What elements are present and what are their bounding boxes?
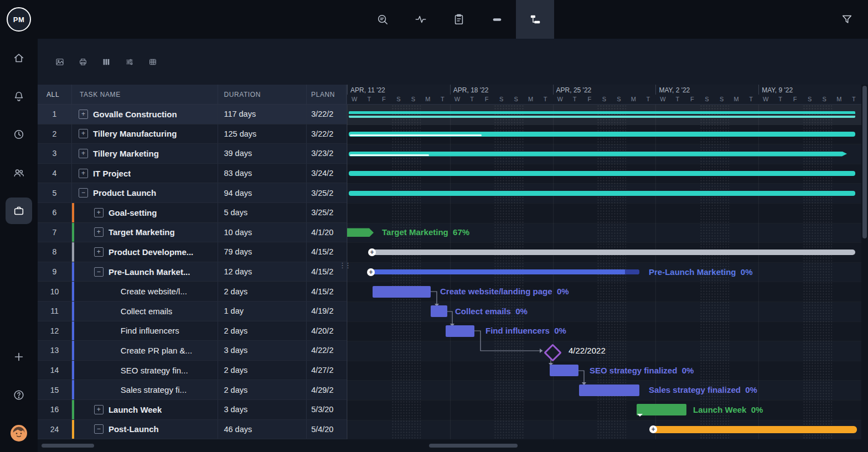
gantt-bar-task[interactable] (550, 365, 578, 376)
row-number: 16 (38, 400, 72, 419)
row-number: 13 (38, 341, 72, 360)
table-row[interactable]: 9−Pre-Launch Market...12 days4/15/2 (38, 262, 347, 282)
bar-label: Find influencers 0% (485, 326, 566, 336)
table-row[interactable]: 2+Tillery Manufacturing125 days3/22/2 (38, 124, 347, 144)
table-row[interactable]: 11Collect emails1 day4/19/2 (38, 302, 347, 321)
gantt-bar-task[interactable] (579, 385, 639, 396)
grid-view-button[interactable] (145, 54, 161, 70)
collapse-toggle[interactable]: − (94, 267, 104, 277)
app-logo[interactable]: PM (0, 0, 38, 39)
task-name: Product Developme... (108, 247, 193, 257)
collapse-toggle[interactable]: − (94, 424, 104, 434)
expand-toggle[interactable]: + (94, 247, 104, 257)
gantt-bar-teal[interactable] (349, 132, 855, 137)
export-image-button[interactable] (52, 54, 68, 70)
table-row[interactable]: 5−Product Launch94 days3/25/2 (38, 183, 347, 203)
expand-toggle[interactable]: + (79, 110, 88, 119)
sidebar-item-notifications[interactable] (0, 77, 38, 115)
topbar: PM (0, 0, 868, 39)
gantt-nav-button[interactable] (516, 0, 554, 39)
task-color-strip (72, 361, 74, 380)
task-name: Find influencers (121, 326, 179, 335)
table-row[interactable]: 8+Product Developme...79 days4/15/2 (38, 242, 347, 262)
table-row[interactable]: 13Create PR plan &...3 days4/22/2 (38, 341, 347, 361)
task-planned-start: 4/1/20 (307, 223, 347, 242)
expand-toggle[interactable]: + (94, 208, 104, 217)
expand-toggle[interactable]: + (94, 227, 104, 237)
filter-all-dropdown[interactable]: ALL (38, 85, 72, 105)
task-name: Pre-Launch Market... (108, 267, 190, 277)
task-table: ALL TASK NAME DURATION PLANN 1+Govalle C… (38, 85, 347, 439)
gantt-bar-task[interactable] (446, 325, 474, 337)
pane-splitter-handle[interactable]: ⋮⋮ (340, 256, 348, 274)
columns-button[interactable] (99, 54, 114, 70)
table-row[interactable]: 14SEO strategy fin...2 days4/27/2 (38, 361, 347, 381)
gantt-bar-task[interactable] (431, 305, 447, 317)
table-row[interactable]: 6+Goal-setting5 days3/25/2 (38, 203, 347, 223)
table-row[interactable]: 7+Target Marketing10 days4/1/20 (38, 223, 347, 243)
table-row[interactable]: 24−Post-Launch46 days5/4/20 (38, 420, 347, 440)
gantt-toolbar (38, 39, 868, 85)
column-header-planned[interactable]: PLANN (307, 85, 347, 105)
settings-sliders-icon (125, 56, 134, 68)
gantt-bar-green-task[interactable] (637, 404, 686, 415)
expand-toggle[interactable]: + (79, 169, 88, 178)
table-scrollbar-thumb[interactable] (42, 444, 94, 448)
gantt-settings-button[interactable] (122, 54, 137, 70)
table-row[interactable]: 12Find influencers2 days4/20/2 (38, 321, 347, 341)
sidebar-item-home[interactable] (0, 39, 38, 77)
table-row[interactable]: 1+Govalle Construction117 days3/22/2 (38, 105, 347, 124)
task-planned-start: 5/4/20 (307, 420, 347, 439)
gantt-bar-teal[interactable] (349, 191, 855, 196)
gantt-bar-teal-double[interactable] (349, 111, 855, 118)
collapse-toggle[interactable]: − (79, 188, 88, 198)
bar-label: Pre-Launch Marketing 0% (649, 267, 753, 277)
expand-toggle[interactable]: + (79, 149, 88, 158)
table-row[interactable]: 16+Launch Week3 days5/3/20 (38, 400, 347, 420)
task-name-cell: Create PR plan &... (72, 341, 219, 360)
timeline-day-label: T (773, 95, 788, 105)
task-duration: 83 days (218, 164, 307, 183)
table-row[interactable]: 3+Tillery Marketing39 days3/23/2 (38, 144, 347, 164)
table-row[interactable]: 15Sales strategy fi...2 days4/29/2 (38, 380, 347, 400)
progress-handle[interactable]: + (368, 248, 376, 256)
progress-line (350, 154, 429, 156)
expand-toggle[interactable]: + (79, 129, 88, 138)
progress-handle[interactable]: + (649, 425, 657, 433)
gantt-bar-green-tag[interactable] (347, 228, 374, 237)
gantt-scrollbar-thumb[interactable] (429, 444, 518, 448)
table-header: ALL TASK NAME DURATION PLANN (38, 85, 347, 105)
help-icon (13, 389, 25, 401)
gantt-bar-orange[interactable]: + (652, 426, 857, 433)
table-rows: 1+Govalle Construction117 days3/22/22+Ti… (38, 105, 347, 439)
table-row[interactable]: 4+IT Project83 days3/24/2 (38, 164, 347, 184)
sidebar-item-profile[interactable] (0, 414, 38, 452)
sidebar-item-recent[interactable] (0, 115, 38, 153)
timeline-day-label: T (362, 95, 377, 105)
gantt-bar-task[interactable] (373, 286, 431, 298)
gantt-icon (529, 13, 541, 25)
row-number: 4 (38, 164, 72, 183)
table-row[interactable]: 10Create website/l...2 days4/15/2 (38, 282, 347, 302)
column-header-duration[interactable]: DURATION (218, 85, 307, 105)
sidebar-item-portfolio[interactable] (0, 191, 38, 230)
filter-button[interactable] (835, 0, 859, 39)
expand-toggle[interactable]: + (94, 405, 104, 414)
task-name-cell: −Pre-Launch Market... (72, 262, 219, 282)
vertical-scrollbar-thumb[interactable] (862, 86, 867, 238)
zoom-search-nav-button[interactable] (363, 0, 401, 39)
print-button[interactable] (75, 54, 91, 70)
card-nav-button[interactable] (478, 0, 516, 39)
activity-nav-button[interactable] (401, 0, 440, 39)
sidebar-item-add[interactable] (0, 337, 38, 376)
sidebar-item-team[interactable] (0, 153, 38, 191)
gantt-bar-blue-summary[interactable]: + (370, 269, 639, 274)
progress-handle[interactable]: + (367, 268, 375, 276)
report-nav-button[interactable] (440, 0, 478, 39)
timeline-day-label: M (729, 95, 744, 105)
gantt-bar-teal-tip[interactable] (349, 152, 847, 157)
gantt-bar-teal[interactable] (349, 171, 855, 176)
gantt-bar-gray[interactable]: + (371, 250, 855, 255)
column-header-task-name[interactable]: TASK NAME (72, 85, 219, 105)
sidebar-item-help[interactable] (0, 376, 38, 414)
